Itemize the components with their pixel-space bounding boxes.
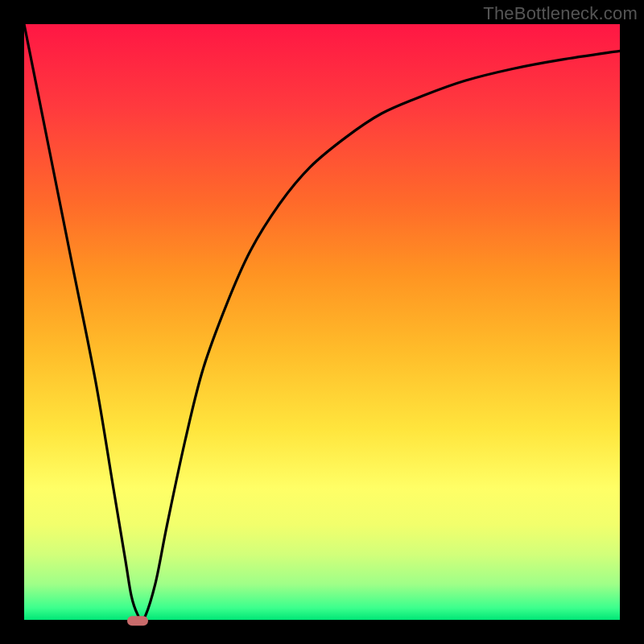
plot-area [24,24,620,620]
curve-path [24,24,620,620]
chart-frame: TheBottleneck.com [0,0,644,644]
watermark-text: TheBottleneck.com [483,3,638,24]
bottleneck-curve [24,24,620,620]
min-marker [127,616,148,625]
